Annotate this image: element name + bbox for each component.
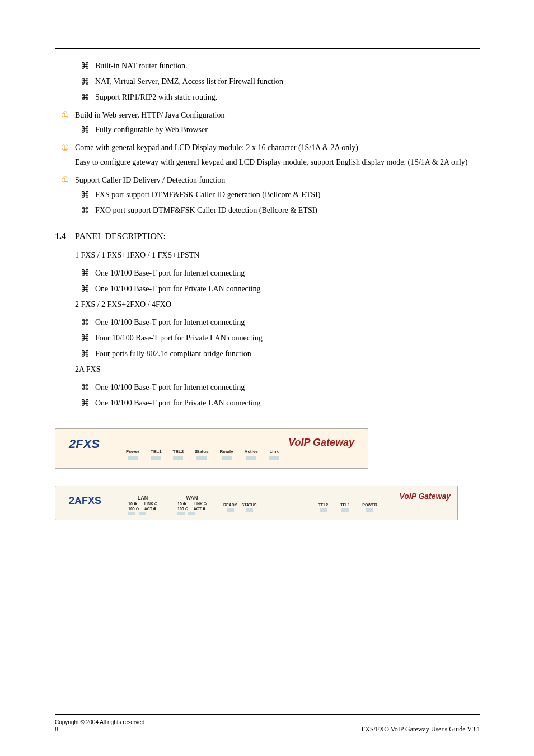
bullet-symbol: ⌘	[75, 60, 95, 72]
bullet-text: Support RIP1/RIP2 with static routing.	[95, 91, 480, 104]
led-label: READY	[223, 503, 237, 507]
dot-icon	[183, 502, 186, 505]
led-label: Power	[126, 449, 139, 454]
dot-icon	[203, 507, 205, 510]
bullet-symbol: ⌘	[75, 189, 95, 201]
led-indicator	[222, 456, 232, 460]
bullet-text: Four 10/100 Base-T port for Private LAN …	[95, 332, 480, 344]
dot-icon	[154, 502, 157, 505]
section-title: 1.4 PANEL DESCRIPTION:	[55, 231, 480, 241]
front-panel-figure-2afxs: 2AFXS VoIP Gateway LAN 10 LINK 100 ACT W…	[55, 486, 480, 520]
led-indicator	[177, 512, 185, 515]
front-panel-figure-2fxs: 2FXS VoIP Gateway Power TEL1 TEL2 Status…	[55, 428, 480, 469]
bullet-item: ⌘ One 10/100 Base-T port for Internet co…	[55, 316, 480, 329]
section-number: 1.4	[55, 231, 66, 241]
bullet-item: ⌘ One 10/100 Base-T port for Internet co…	[55, 267, 480, 279]
act-label: ACT	[144, 507, 152, 511]
led-label: Active	[245, 449, 258, 454]
link-label: LINK	[144, 502, 153, 506]
led-indicator	[151, 456, 161, 460]
panel-gateway-label: VoIP Gateway	[399, 492, 451, 501]
bullet-symbol: ⌘	[75, 397, 95, 409]
bullet-symbol: ⌘	[75, 348, 95, 360]
bullet-symbol: ⌘	[75, 76, 95, 88]
led-label: TEL1	[340, 503, 350, 507]
panel-brand: 2FXS	[69, 437, 100, 451]
led-indicator	[196, 456, 207, 460]
led-indicator	[227, 508, 234, 512]
speed-100-label: 100	[177, 507, 184, 511]
led-indicator	[269, 456, 279, 460]
panel-led-row: Power TEL1 TEL2 Status Ready Active Link	[126, 449, 279, 460]
footer-doc-title: FXS/FXO VoIP Gateway User's Guide V3.1	[144, 725, 480, 734]
led-indicator	[188, 512, 195, 515]
speed-100-label: 100	[128, 507, 135, 511]
bullet-item: ⌘ Built-in NAT router function.	[55, 60, 480, 72]
feature-heading: ① Come with general keypad and LCD Displ…	[55, 142, 480, 154]
panel-gateway-label: VoIP Gateway	[288, 437, 354, 449]
bullet-item: ⌘ Four 10/100 Base-T port for Private LA…	[55, 332, 480, 344]
wan-group: WAN 10 LINK 100 ACT	[177, 495, 207, 515]
led-label: Ready	[220, 449, 233, 454]
link-label: LINK	[194, 502, 203, 506]
bullet-text: One 10/100 Base-T port for Internet conn…	[95, 381, 480, 394]
bullet-symbol: ⌘	[75, 316, 95, 329]
bullet-symbol: ⌘	[75, 267, 95, 279]
speed-10-label: 10	[177, 502, 182, 506]
status-led-group: READY STATUS	[223, 503, 256, 512]
bullet-symbol: ⌘	[75, 332, 95, 344]
led-indicator	[246, 456, 256, 460]
bullet-item: ⌘ One 10/100 Base-T port for Private LAN…	[55, 283, 480, 295]
led-label: POWER	[362, 503, 377, 507]
led-indicator	[341, 508, 349, 512]
feature-heading-text: Build in Web server, HTTP/ Java Configur…	[75, 109, 480, 122]
led-indicator	[173, 456, 183, 460]
bullet-item: ⌘ FXO port support DTMF&FSK Caller ID de…	[55, 204, 480, 217]
bullet-symbol: ⌘	[75, 91, 95, 104]
footer-copyright: Copyright © 2004 All rights reserved	[55, 719, 144, 725]
panel-brand: 2AFXS	[69, 495, 101, 507]
bullet-text: Built-in NAT router function.	[95, 60, 480, 72]
dot-icon	[185, 507, 188, 510]
bullet-symbol: ⌘	[75, 283, 95, 295]
feature-heading: ① Support Caller ID Delivery / Detection…	[55, 174, 480, 186]
led-indicator	[320, 508, 327, 512]
circle-number-icon: ①	[55, 109, 75, 122]
act-label: ACT	[194, 507, 202, 511]
led-label: TEL1	[151, 449, 162, 454]
bullet-symbol: ⌘	[75, 124, 95, 136]
wan-title: WAN	[177, 495, 207, 501]
feature-heading: ① Build in Web server, HTTP/ Java Config…	[55, 109, 480, 122]
led-label: Link	[269, 449, 278, 454]
bullet-text: NAT, Virtual Server, DMZ, Access list fo…	[95, 76, 480, 88]
circle-number-icon: ①	[55, 142, 75, 154]
bullet-item: ⌘ Support RIP1/RIP2 with static routing.	[55, 91, 480, 104]
feature-heading-text: Come with general keypad and LCD Display…	[75, 142, 480, 154]
bullet-text: Fully configurable by Web Browser	[95, 124, 480, 136]
bullet-text: One 10/100 Base-T port for Private LAN c…	[95, 397, 480, 409]
led-indicator	[128, 456, 138, 460]
bullet-item: ⌘ FXS port support DTMF&FSK Caller ID ge…	[55, 189, 480, 201]
model-list-title: 2 FXS / 2 FXS+2FXO / 4FXO	[75, 298, 480, 311]
dot-icon	[204, 502, 207, 505]
led-label: Status	[195, 449, 208, 454]
page-footer: Copyright © 2004 All rights reserved 8 F…	[55, 714, 480, 734]
circle-number-icon: ①	[55, 174, 75, 186]
model-list-title: 2A FXS	[75, 363, 480, 376]
dot-icon	[134, 502, 137, 505]
led-indicator	[366, 508, 373, 512]
bullet-item: ⌘ Four ports fully 802.1d compliant brid…	[55, 348, 480, 360]
led-label: TEL2	[173, 449, 184, 454]
led-label: STATUS	[242, 503, 257, 507]
dot-icon	[153, 507, 156, 510]
feature-paragraph: Easy to configure gateway with general k…	[75, 156, 480, 169]
dot-icon	[136, 507, 139, 510]
speed-10-label: 10	[128, 502, 133, 506]
bullet-text: FXS port support DTMF&FSK Caller ID gene…	[95, 189, 480, 201]
bullet-symbol: ⌘	[75, 381, 95, 394]
lan-group: LAN 10 LINK 100 ACT	[128, 495, 157, 515]
section-heading: PANEL DESCRIPTION:	[75, 231, 166, 241]
led-indicator	[139, 512, 146, 515]
bullet-text: Four ports fully 802.1d compliant bridge…	[95, 348, 480, 360]
bullet-text: FXO port support DTMF&FSK Caller ID dete…	[95, 204, 480, 217]
